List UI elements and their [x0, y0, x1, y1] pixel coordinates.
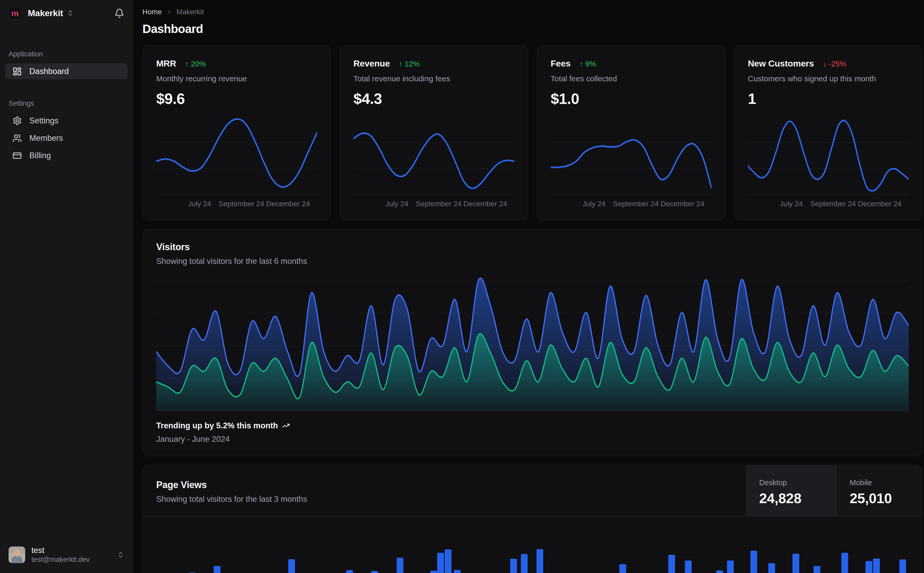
visitors-card: Visitors Showing total visitors for the …	[143, 229, 922, 456]
pageviews-title: Page Views	[156, 479, 733, 490]
workspace-name[interactable]: Makerkit	[28, 8, 63, 18]
stat-title: Revenue	[353, 58, 390, 69]
pageviews-bar	[521, 554, 528, 573]
pageviews-bar	[873, 559, 880, 573]
pageviews-bar	[685, 560, 692, 573]
trending-up-icon	[282, 422, 290, 430]
pageviews-bar	[716, 570, 723, 573]
pageviews-bar	[346, 570, 353, 573]
stat-cards-row: MRR ↑20% Monthly recurring revenue $9.6 …	[143, 45, 922, 220]
toggle-label: Desktop	[759, 479, 836, 487]
sparkline-chart	[353, 116, 515, 196]
bell-icon[interactable]	[115, 8, 124, 18]
pageviews-bar	[288, 559, 295, 573]
avatar	[9, 546, 25, 563]
pageviews-bar	[437, 553, 444, 573]
trend-badge: ↓-25%	[823, 60, 846, 68]
nav-group-label-settings: Settings	[5, 100, 128, 108]
trend-up-arrow-icon: ↑	[185, 60, 189, 68]
stat-title: New Customers	[748, 58, 814, 69]
pageviews-bar	[213, 566, 220, 573]
toggle-mobile-button[interactable]: Mobile 25,010	[836, 465, 922, 517]
chevrons-up-down-icon[interactable]	[117, 551, 124, 559]
sidebar-item-label: Members	[29, 133, 63, 143]
pageviews-card: Page Views Showing total visitors for th…	[143, 465, 922, 573]
breadcrumb-current: Makerkit	[176, 8, 204, 16]
pageviews-bar	[899, 559, 906, 573]
user-email: test@makerkit.dev	[31, 555, 90, 564]
main-content: Home Makerkit Dashboard MRR ↑20% Monthly…	[133, 0, 924, 573]
stat-value: 1	[748, 90, 909, 107]
stat-description: Customers who signed up this month	[748, 74, 909, 83]
sidebar-nav: Application Dashboard Settings Settings	[5, 50, 128, 543]
trend-up-arrow-icon: ↑	[579, 60, 583, 68]
stat-card-revenue: Revenue ↑12% Total revenue including fee…	[340, 45, 528, 220]
trend-badge: ↑12%	[399, 60, 420, 68]
pageviews-header: Page Views Showing total visitors for th…	[143, 465, 922, 517]
toggle-value: 24,828	[759, 490, 836, 506]
trend-up-arrow-icon: ↑	[399, 60, 403, 68]
pageviews-bar	[841, 553, 848, 573]
breadcrumb-home[interactable]: Home	[143, 8, 162, 16]
stat-card-mrr: MRR ↑20% Monthly recurring revenue $9.6 …	[143, 45, 331, 220]
pageviews-bar	[537, 549, 543, 573]
sidebar-item-label: Dashboard	[29, 67, 69, 76]
pageviews-bar	[750, 551, 757, 573]
page-title: Dashboard	[143, 22, 922, 36]
breadcrumb: Home Makerkit	[143, 8, 922, 16]
layout-dashboard-icon	[13, 67, 22, 76]
x-axis-labels: July 24September 24December 24	[748, 200, 909, 211]
sidebar-item-billing[interactable]: Billing	[5, 147, 128, 163]
sparkline-chart	[156, 116, 317, 196]
sidebar-header: m Makerkit	[5, 7, 128, 19]
stat-title: Fees	[551, 58, 571, 69]
pageviews-bar	[397, 558, 403, 573]
trend-badge: ↑9%	[579, 60, 596, 68]
pageviews-series-toggle: Desktop 24,828 Mobile 25,010	[746, 465, 922, 517]
stat-description: Total revenue including fees	[353, 74, 515, 83]
pageviews-bar	[866, 561, 872, 573]
user-name: test	[31, 545, 90, 556]
nav-spacer	[5, 81, 128, 100]
visitors-period: January - June 2024	[156, 435, 909, 444]
stat-value: $4.3	[353, 90, 515, 107]
users-icon	[13, 133, 22, 143]
chevron-right-icon	[166, 9, 172, 15]
makerkit-logo: m	[9, 7, 21, 19]
sidebar-item-label: Settings	[29, 116, 58, 125]
trend-down-arrow-icon: ↓	[823, 60, 827, 68]
pageviews-bar	[727, 560, 734, 573]
user-meta: test test@makerkit.dev	[31, 545, 90, 564]
visitors-trend-text: Trending up by 5.2% this month	[156, 421, 278, 431]
stat-description: Total fees collected	[551, 74, 712, 83]
stat-description: Monthly recurring revenue	[156, 74, 317, 83]
pageviews-bar	[430, 571, 437, 573]
pageviews-bar	[620, 564, 626, 573]
user-menu[interactable]: test test@makerkit.dev	[5, 543, 128, 566]
stat-card-new-customers: New Customers ↓-25% Customers who signed…	[734, 45, 922, 220]
x-axis-labels: July 24September 24December 24	[156, 200, 317, 211]
visitors-footer: Trending up by 5.2% this month January -…	[156, 421, 909, 444]
pageviews-bar	[792, 554, 799, 573]
trend-badge: ↑20%	[185, 60, 206, 68]
toggle-desktop-button[interactable]: Desktop 24,828	[746, 465, 836, 517]
pageviews-bar	[445, 550, 452, 573]
sidebar-item-members[interactable]: Members	[5, 130, 128, 146]
x-axis-labels: July 24September 24December 24	[551, 200, 712, 211]
pageviews-bar	[814, 566, 820, 573]
pageviews-subtitle: Showing total visitors for the last 3 mo…	[156, 495, 733, 504]
toggle-label: Mobile	[850, 479, 922, 487]
visitors-subtitle: Showing total visitors for the last 6 mo…	[156, 257, 909, 266]
credit-card-icon	[13, 151, 22, 160]
pageviews-bar	[510, 559, 517, 573]
sidebar: m Makerkit Application Dashboard Setting…	[0, 0, 133, 573]
sparkline-chart	[551, 116, 712, 196]
toggle-value: 25,010	[850, 490, 922, 506]
chevrons-up-down-icon[interactable]	[67, 9, 74, 17]
stat-value: $9.6	[156, 90, 317, 107]
sidebar-item-settings[interactable]: Settings	[5, 113, 128, 128]
pageviews-bar	[371, 571, 378, 573]
logo-letter: m	[11, 9, 19, 17]
sidebar-item-dashboard[interactable]: Dashboard	[5, 63, 128, 79]
stat-value: $1.0	[551, 90, 712, 107]
